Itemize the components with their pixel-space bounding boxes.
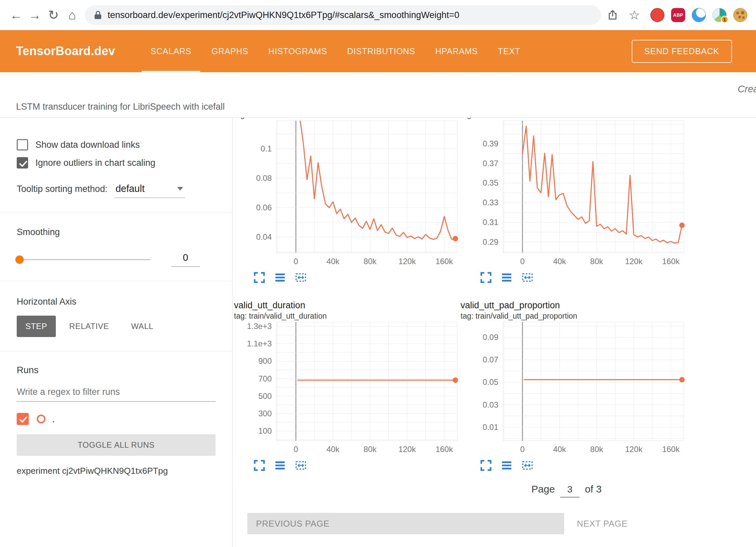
show-download-links-checkbox-row[interactable]: Show data download links (17, 139, 216, 150)
tab-histograms[interactable]: HISTOGRAMS (258, 30, 337, 72)
refresh-icon[interactable]: ↻ (44, 6, 63, 24)
extension-badge: 1 (721, 16, 728, 23)
svg-text:0.03: 0.03 (483, 400, 498, 409)
pagination: Page of 3 (531, 483, 756, 498)
app-header: TensorBoard.dev SCALARS GRAPHS HISTOGRAM… (0, 30, 756, 72)
svg-text:120k: 120k (398, 257, 416, 266)
previous-page-button[interactable]: PREVIOUS PAGE (247, 513, 564, 534)
fit-domain-icon[interactable] (521, 459, 533, 471)
svg-text:80k: 80k (364, 445, 377, 454)
abp-extension-icon[interactable]: ABP (671, 8, 685, 22)
svg-text:0: 0 (294, 257, 298, 266)
toggle-runs-icon[interactable] (501, 459, 513, 471)
svg-text:0.07: 0.07 (483, 355, 498, 364)
svg-text:120k: 120k (625, 257, 643, 266)
toggle-runs-icon[interactable] (274, 271, 286, 284)
scalar-chart-card: tag: train/… 0.040.060.080.1040k80k120k1… (234, 118, 461, 284)
chart-tag: tag: train/valid_utt_duration (234, 311, 461, 321)
blue-extension-icon[interactable] (692, 8, 706, 22)
tooltip-sorting-dropdown[interactable]: default (114, 183, 185, 198)
horizontal-axis-label: Horizontal Axis (17, 297, 216, 307)
smoothing-slider-thumb[interactable] (15, 255, 24, 264)
run-color-swatch-icon (37, 415, 45, 423)
ignore-outliers-checkbox[interactable] (17, 157, 28, 169)
scalar-chart-svg[interactable]: 1003005007009001.1e+31.3e+3040k80k120k16… (234, 321, 461, 457)
svg-text:0: 0 (294, 445, 298, 454)
svg-text:1.3e+3: 1.3e+3 (247, 322, 272, 331)
browser-toolbar: ← → ↻ ⌂ tensorboard.dev/experiment/cj2vt… (0, 0, 756, 30)
ignore-outliers-label: Ignore outliers in chart scaling (35, 158, 155, 168)
scalar-chart-svg[interactable]: 0.040.060.080.1040k80k120k160k (234, 120, 461, 269)
address-bar[interactable]: tensorboard.dev/experiment/cj2vtPiwQHKN9… (85, 5, 601, 25)
tab-text[interactable]: TEXT (488, 30, 530, 72)
runs-filter-input[interactable] (17, 384, 216, 402)
scalar-chart-svg[interactable]: 0.290.310.330.350.370.39040k80k120k160k (461, 120, 687, 269)
expand-chart-icon[interactable] (480, 271, 492, 284)
chart-clipped-wrapper: tag: train/… 0.290.310.330.350.370.39040… (461, 118, 687, 284)
profile-extension-icon[interactable]: 1 (713, 8, 727, 22)
axis-step-button[interactable]: STEP (17, 316, 56, 337)
next-page-button[interactable]: NEXT PAGE (577, 519, 628, 529)
svg-text:80k: 80k (590, 445, 604, 454)
svg-text:40k: 40k (553, 257, 566, 266)
chevron-down-icon (177, 187, 183, 191)
adblock-extension-icon[interactable] (650, 8, 664, 22)
url-text: tensorboard.dev/experiment/cj2vtPiwQHKN9… (108, 10, 459, 20)
smoothing-slider[interactable] (17, 259, 150, 260)
run-checkbox[interactable] (17, 413, 29, 425)
svg-text:0.09: 0.09 (483, 333, 498, 342)
share-icon[interactable] (607, 9, 618, 21)
expand-chart-icon[interactable] (253, 271, 265, 284)
home-icon[interactable]: ⌂ (63, 6, 82, 24)
cookie-icon[interactable] (733, 8, 747, 22)
divider (0, 351, 232, 351)
back-icon[interactable]: ← (7, 6, 25, 24)
run-row[interactable]: . (17, 413, 216, 425)
svg-text:40k: 40k (327, 257, 340, 266)
expand-chart-icon[interactable] (253, 459, 265, 471)
chart-title: valid_utt_duration (234, 300, 461, 311)
fit-domain-icon[interactable] (521, 271, 533, 284)
send-feedback-button[interactable]: SEND FEEDBACK (632, 40, 732, 63)
show-download-links-label: Show data download links (35, 140, 140, 150)
runs-label: Runs (17, 365, 216, 375)
svg-text:0.05: 0.05 (483, 377, 498, 387)
fit-domain-icon[interactable] (295, 459, 307, 471)
ignore-outliers-checkbox-row[interactable]: Ignore outliers in chart scaling (17, 157, 216, 169)
svg-text:80k: 80k (364, 257, 377, 266)
tooltip-sorting-value: default (116, 183, 145, 194)
tab-graphs[interactable]: GRAPHS (202, 30, 258, 72)
chart-title: valid_utt_pad_proportion (461, 300, 687, 311)
svg-text:0.33: 0.33 (483, 198, 498, 207)
scalar-chart-svg[interactable]: 0.010.030.050.070.09040k80k120k160k (461, 321, 687, 457)
tab-scalars[interactable]: SCALARS (140, 30, 201, 72)
svg-text:0: 0 (520, 257, 525, 266)
axis-wall-button[interactable]: WALL (122, 316, 162, 337)
bookmark-star-icon[interactable]: ☆ (625, 6, 644, 24)
forward-icon[interactable]: → (25, 6, 44, 24)
toggle-runs-icon[interactable] (501, 271, 513, 284)
tab-hparams[interactable]: HPARAMS (425, 30, 488, 72)
expand-chart-icon[interactable] (480, 459, 492, 471)
tab-distributions[interactable]: DISTRIBUTIONS (337, 30, 425, 72)
axis-relative-button[interactable]: RELATIVE (60, 316, 118, 337)
toggle-all-runs-button[interactable]: TOGGLE ALL RUNS (17, 434, 216, 456)
svg-text:900: 900 (258, 356, 272, 365)
svg-text:0.01: 0.01 (483, 423, 498, 432)
svg-text:0.37: 0.37 (483, 159, 498, 168)
svg-text:0.31: 0.31 (483, 218, 498, 227)
fit-domain-icon[interactable] (295, 271, 307, 284)
divider (0, 281, 232, 281)
svg-text:0: 0 (520, 445, 525, 454)
browser-actions: ☆ ABP 1 (607, 6, 749, 24)
svg-text:0.1: 0.1 (261, 144, 272, 153)
chart-clipped-wrapper: tag: train/… 0.040.060.080.1040k80k120k1… (234, 118, 461, 284)
smoothing-value-input[interactable] (171, 252, 200, 267)
page-number-input[interactable] (560, 484, 580, 498)
main-nav: SCALARS GRAPHS HISTOGRAMS DISTRIBUTIONS … (140, 30, 530, 72)
svg-text:1.1e+3: 1.1e+3 (247, 339, 272, 348)
show-download-links-checkbox[interactable] (17, 139, 28, 150)
scalar-chart-card: valid_utt_duration tag: train/valid_utt_… (234, 300, 461, 472)
toggle-runs-icon[interactable] (274, 459, 286, 471)
svg-text:40k: 40k (327, 445, 340, 454)
